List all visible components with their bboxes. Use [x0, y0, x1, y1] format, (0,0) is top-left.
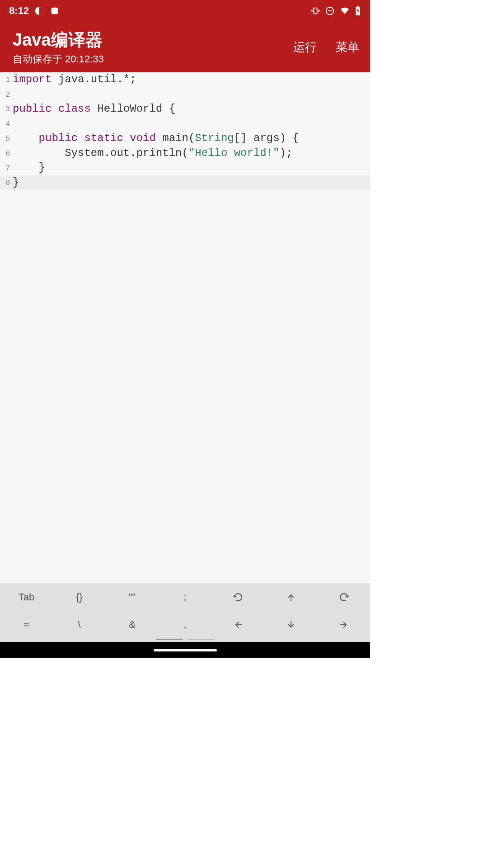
- line-number: 6: [0, 146, 10, 161]
- arrow-left-icon: [233, 619, 244, 630]
- undo-icon: [233, 592, 244, 603]
- semicolon-key[interactable]: ;: [159, 583, 211, 611]
- line-number: 5: [0, 131, 10, 146]
- code-line[interactable]: 6 System.out.println("Hello world!");: [0, 146, 370, 161]
- app-bar-titles: Java编译器 自动保存于 20:12:33: [13, 28, 104, 66]
- line-number: 3: [0, 102, 10, 117]
- redo-key[interactable]: [317, 583, 370, 611]
- arrow-down-key[interactable]: [264, 611, 317, 639]
- tab-key[interactable]: Tab: [0, 583, 53, 611]
- quotes-key[interactable]: "": [106, 583, 159, 611]
- code-line[interactable]: 1import java.util.*;: [0, 72, 370, 87]
- keyboard-row-1: Tab {} "" ;: [0, 583, 370, 611]
- arrow-right-key[interactable]: [317, 611, 370, 639]
- code-line[interactable]: 2: [0, 87, 370, 102]
- app-subtitle: 自动保存于 20:12:33: [13, 52, 104, 66]
- line-number: 4: [0, 117, 10, 132]
- app-bar: Java编译器 自动保存于 20:12:33 运行 菜单: [0, 22, 370, 72]
- line-content: public static void main(String[] args) {: [10, 131, 299, 146]
- ampersand-key[interactable]: &: [106, 611, 159, 639]
- code-line[interactable]: 5 public static void main(String[] args)…: [0, 131, 370, 146]
- battery-icon: [355, 6, 361, 16]
- line-content: [10, 117, 13, 132]
- braces-key[interactable]: {}: [53, 583, 106, 611]
- svg-rect-1: [52, 8, 58, 14]
- run-button[interactable]: 运行: [293, 39, 317, 55]
- code-line[interactable]: 8}: [0, 175, 370, 190]
- app-icon-2: [50, 6, 60, 16]
- undo-key[interactable]: [211, 583, 264, 611]
- arrow-right-icon: [338, 619, 349, 630]
- nav-indicator[interactable]: [154, 649, 217, 651]
- status-left: 8:12: [9, 5, 60, 17]
- keyboard-toolbar: Tab {} "" ; = \ & ,: [0, 583, 370, 642]
- status-right: [310, 6, 361, 16]
- wifi-icon: [339, 6, 350, 16]
- app-bar-actions: 运行 菜单: [293, 39, 359, 55]
- arrow-left-key[interactable]: [211, 611, 264, 639]
- app-title: Java编译器: [13, 28, 104, 52]
- code-editor[interactable]: 1import java.util.*;23public class Hello…: [0, 72, 370, 583]
- scroll-indicator: [0, 639, 370, 642]
- dnd-icon: [325, 6, 335, 16]
- code-line[interactable]: 3public class HelloWorld {: [0, 102, 370, 117]
- line-number: 8: [0, 175, 10, 190]
- status-time: 8:12: [9, 5, 29, 17]
- line-content: [10, 87, 13, 102]
- line-number: 1: [0, 72, 10, 87]
- line-content: System.out.println("Hello world!");: [10, 146, 292, 161]
- scroll-dash-active: [156, 639, 183, 640]
- vibrate-icon: [310, 6, 320, 16]
- keyboard-row-2: = \ & ,: [0, 611, 370, 639]
- line-content: }: [10, 175, 19, 190]
- nav-bar: [0, 642, 370, 658]
- line-content: }: [10, 160, 45, 175]
- line-number: 2: [0, 87, 10, 102]
- arrow-up-key[interactable]: [264, 583, 317, 611]
- equals-key[interactable]: =: [0, 611, 53, 639]
- status-bar: 8:12: [0, 0, 370, 22]
- line-number: 7: [0, 160, 10, 175]
- backslash-key[interactable]: \: [53, 611, 106, 639]
- comma-key[interactable]: ,: [159, 611, 211, 639]
- redo-icon: [338, 592, 349, 603]
- code-line[interactable]: 4: [0, 117, 370, 132]
- svg-rect-5: [357, 6, 359, 7]
- svg-rect-2: [314, 8, 317, 14]
- line-content: import java.util.*;: [10, 72, 136, 87]
- arrow-down-icon: [286, 619, 296, 630]
- menu-button[interactable]: 菜单: [336, 39, 359, 55]
- line-content: public class HelloWorld {: [10, 102, 175, 117]
- scroll-dash-inactive: [188, 639, 215, 640]
- app-icon-1: [34, 6, 44, 16]
- code-line[interactable]: 7 }: [0, 160, 370, 175]
- arrow-up-icon: [286, 592, 296, 603]
